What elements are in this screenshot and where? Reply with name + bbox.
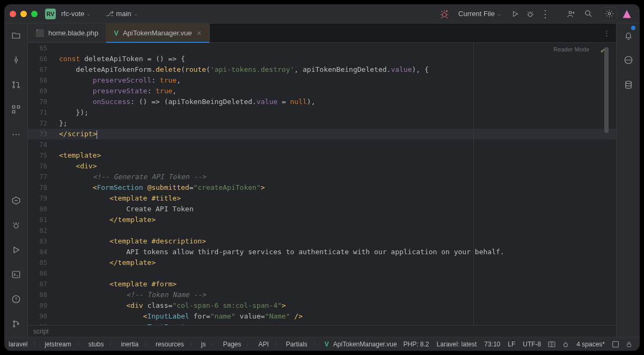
jetbrains-ai-icon[interactable] xyxy=(619,6,634,21)
vcs-tool-icon[interactable] xyxy=(9,316,24,331)
run-config-selector[interactable]: Current File ⌄ xyxy=(456,9,503,19)
lock-icon[interactable] xyxy=(625,341,633,348)
pest-icon[interactable] xyxy=(561,340,570,349)
reader-mode-icon[interactable] xyxy=(547,340,556,349)
code-line[interactable]: 65 xyxy=(28,43,616,54)
notifications-icon[interactable] xyxy=(621,28,636,43)
code-line[interactable]: 66const deleteApiToken = () => { xyxy=(28,54,616,64)
editor-area: ⬛ home.blade.php V ApiTokenManager.vue ✕… xyxy=(28,24,616,337)
breadcrumb-item[interactable]: resources xyxy=(156,341,184,348)
code-content: <template> xyxy=(55,150,616,161)
chevron-down-icon: ⌄ xyxy=(86,11,91,17)
code-line[interactable]: 67 deleteApiTokenForm.delete(route('api-… xyxy=(28,64,616,75)
close-window-button[interactable] xyxy=(10,11,16,17)
git-branch-selector[interactable]: ⎇ main ⌄ xyxy=(104,9,140,19)
chevron-right-icon: 〉 xyxy=(274,339,281,349)
run-tool-icon[interactable] xyxy=(9,242,24,257)
code-line[interactable]: 88 <!-- Token Name --> xyxy=(28,290,616,300)
line-number: 67 xyxy=(28,64,55,75)
status-caret[interactable]: 73:10 xyxy=(484,341,500,348)
code-content xyxy=(55,43,616,54)
code-line[interactable]: 70 onSuccess: () => (apiTokenBeingDelete… xyxy=(28,97,616,107)
services-tool-icon[interactable] xyxy=(9,193,24,208)
breadcrumb-item[interactable]: Pages xyxy=(223,341,241,348)
minimize-window-button[interactable] xyxy=(20,11,27,17)
close-icon[interactable]: ✕ xyxy=(196,29,202,37)
code-line[interactable]: 78 <FormSection @submitted="createApiTok… xyxy=(28,182,616,193)
line-number: 79 xyxy=(28,193,55,204)
breadcrumb-item[interactable]: stubs xyxy=(89,341,104,348)
code-line[interactable]: 90 <InputLabel for="name" value="Name" /… xyxy=(28,311,616,322)
run-icon[interactable] xyxy=(508,6,523,21)
structure-tool-icon[interactable] xyxy=(9,102,24,117)
code-line[interactable]: 87 <template #form> xyxy=(28,279,616,290)
code-line[interactable]: 71 }); xyxy=(28,107,616,118)
code-line[interactable]: 77 <!-- Generate API Token --> xyxy=(28,172,616,182)
code-line[interactable]: 85 </template> xyxy=(28,257,616,268)
database-tool-icon[interactable] xyxy=(621,77,636,92)
svg-point-19 xyxy=(625,81,631,84)
editor[interactable]: Reader Mode ✔ 6566const deleteApiToken =… xyxy=(28,43,616,325)
status-laravel[interactable]: Laravel: latest xyxy=(437,341,477,348)
code-line[interactable]: 84 API tokens allow third-party services… xyxy=(28,247,616,257)
commit-tool-icon[interactable] xyxy=(9,53,24,68)
code-line[interactable]: 83 <template #description> xyxy=(28,236,616,247)
line-number: 91 xyxy=(28,322,55,325)
status-eol[interactable]: LF xyxy=(508,341,515,348)
line-number: 88 xyxy=(28,290,55,300)
status-encoding[interactable]: UTF-8 xyxy=(523,341,541,348)
more-icon[interactable]: ⋮ xyxy=(538,6,553,21)
scrollbar-thumb[interactable] xyxy=(604,47,609,133)
code-line[interactable]: 79 <template #title> xyxy=(28,193,616,204)
debug-icon[interactable] xyxy=(523,6,538,21)
code-line[interactable]: 69 preserveState: true, xyxy=(28,86,616,97)
breadcrumb-tag[interactable]: script xyxy=(28,325,616,337)
code-line[interactable]: 76 <div> xyxy=(28,161,616,172)
code-line[interactable]: 82 xyxy=(28,225,616,236)
debug-tool-icon[interactable] xyxy=(9,218,24,233)
status-indent[interactable]: 4 spaces* xyxy=(576,341,605,348)
code-line[interactable]: 81 </template> xyxy=(28,215,616,225)
search-icon[interactable] xyxy=(581,6,596,21)
ai-assistant-icon[interactable] xyxy=(621,53,636,68)
code-line[interactable]: 86 xyxy=(28,268,616,279)
tab-api-token-manager[interactable]: V ApiTokenManager.vue ✕ xyxy=(106,24,209,42)
project-selector[interactable]: rfc-vote ⌄ xyxy=(59,9,93,19)
project-tool-icon[interactable] xyxy=(9,28,24,43)
chevron-right-icon: 〉 xyxy=(77,339,83,349)
code-with-me-icon[interactable] xyxy=(564,6,579,21)
code-line[interactable]: 75<template> xyxy=(28,150,616,161)
navigation-breadcrumbs[interactable]: laravel〉jetstream〉stubs〉inertia〉resource… xyxy=(9,339,397,349)
breadcrumb-item[interactable]: jetstream xyxy=(45,341,71,348)
code-line[interactable]: 73</script> xyxy=(28,129,616,139)
code-line[interactable]: 68 preserveScroll: true, xyxy=(28,75,616,86)
code-line[interactable]: 72}; xyxy=(28,118,616,129)
code-line[interactable]: 80 Create API Token xyxy=(28,204,616,215)
zoom-window-button[interactable] xyxy=(31,11,38,17)
pull-requests-icon[interactable] xyxy=(9,77,24,92)
tabs-menu-icon[interactable]: ⋮ xyxy=(597,24,616,42)
problems-tool-icon[interactable] xyxy=(9,292,24,307)
window-controls xyxy=(10,11,38,17)
code-line[interactable]: 91 <TextInput xyxy=(28,322,616,325)
breadcrumb-item[interactable]: Partials xyxy=(286,341,308,348)
settings-icon[interactable] xyxy=(601,7,617,21)
ide-scripting-icon[interactable] xyxy=(611,340,620,349)
debug-bug-icon[interactable] xyxy=(437,6,452,21)
more-tools-icon[interactable]: ⋯ xyxy=(9,127,24,142)
reader-mode-label[interactable]: Reader Mode xyxy=(553,46,589,53)
code-line[interactable]: 74 xyxy=(28,139,616,150)
breadcrumb-item[interactable]: ApiTokenManager.vue xyxy=(333,341,397,348)
code-content: </script> xyxy=(55,129,616,139)
terminal-tool-icon[interactable] xyxy=(9,267,24,282)
status-php[interactable]: PHP: 8.2 xyxy=(404,341,429,348)
breadcrumb-item[interactable]: API xyxy=(258,341,268,348)
scrollbar[interactable] xyxy=(604,43,610,325)
breadcrumb-item[interactable]: laravel xyxy=(9,341,27,348)
ide-window: RV rfc-vote ⌄ ⎇ main ⌄ Current File ⌄ ⋮ xyxy=(4,4,640,351)
tab-home-blade[interactable]: ⬛ home.blade.php xyxy=(28,24,106,42)
chevron-right-icon: 〉 xyxy=(189,339,196,349)
breadcrumb-item[interactable]: inertia xyxy=(121,341,138,348)
code-line[interactable]: 89 <div class="col-span-6 sm:col-span-4"… xyxy=(28,300,616,311)
breadcrumb-item[interactable]: js xyxy=(201,341,206,348)
